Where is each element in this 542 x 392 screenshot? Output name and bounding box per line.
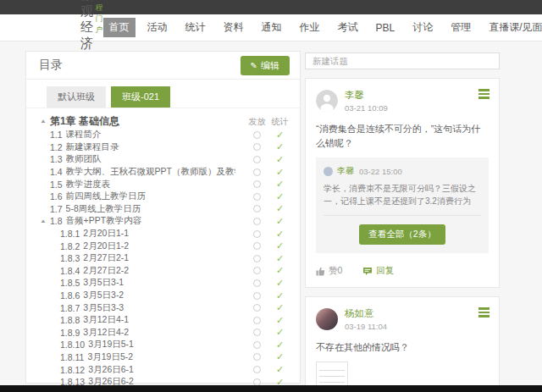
publish-toggle-icon[interactable] <box>253 341 261 349</box>
publish-toggle-icon[interactable] <box>253 131 261 139</box>
nav-tab[interactable]: 作业 <box>294 18 326 37</box>
toc-item-label: 2月20日1-2 <box>83 240 129 252</box>
edit-button[interactable]: ✎ 编辑 <box>241 56 290 75</box>
toc-item-label: 2月27日2-1 <box>83 252 129 264</box>
post-menu-icon[interactable] <box>478 89 489 101</box>
avatar[interactable] <box>316 308 338 330</box>
nav-tab[interactable]: 通知 <box>256 18 288 37</box>
nav-tab[interactable]: PBL <box>370 19 401 36</box>
view-all-replies-button[interactable]: 查看全部（2条） <box>359 224 445 245</box>
toc-item[interactable]: ▲ 1.6 前四周线上教学日历 ✓ <box>40 190 291 203</box>
nav-tab[interactable]: 活动 <box>141 18 174 37</box>
toc-item[interactable]: ▲ 1.8.2 2月20日1-2 ✓ <box>40 240 291 252</box>
publish-toggle-icon[interactable] <box>253 180 261 188</box>
toc-item-label: 3月5日3-3 <box>83 302 124 314</box>
toc-item[interactable]: ▲ 1.3 教师团队 ✓ <box>40 153 291 166</box>
discussion-panel: 李馨 03-21 10:09 “消费集合是连续不可分的，”这句话为什么错呢？ 李… <box>305 52 500 392</box>
stats-check-icon: ✓ <box>276 229 284 239</box>
publish-toggle-icon[interactable] <box>253 279 261 287</box>
nav-tab[interactable]: 讨论 <box>406 18 439 37</box>
reply-content: 学长，消费束不是无限可分吗？三假设之一，记得上课不是还提到了3.2消费行为 <box>324 182 481 207</box>
publish-toggle-icon[interactable] <box>253 193 261 201</box>
toc-item-label: 音频+PPT教学内容 <box>66 215 142 227</box>
publish-toggle-icon[interactable] <box>253 230 261 238</box>
toc-item[interactable]: ▲ 1.8.9 3月12日4-2 ✓ <box>40 327 291 340</box>
publish-toggle-icon[interactable] <box>253 267 261 274</box>
toc-item[interactable]: ▲ 1.8.10 3月19日5-1 ✓ <box>40 339 291 351</box>
post-meta: 杨如意 03-19 11:04 <box>345 307 387 331</box>
reply-button[interactable]: 回复 <box>362 265 394 277</box>
toc-item-status: ✓ <box>246 303 291 312</box>
toc-header: 目录 ✎ 编辑 <box>26 52 300 80</box>
toc-item[interactable]: ▲ 1.8.6 3月5日3-2 ✓ <box>40 290 291 302</box>
publish-toggle-icon[interactable] <box>253 143 261 151</box>
reply-author[interactable]: 李馨 <box>337 165 354 177</box>
collapse-caret-icon[interactable]: ▲ <box>40 218 50 224</box>
reply-timestamp: 03-22 15:00 <box>359 167 402 176</box>
stats-check-icon: ✓ <box>276 303 284 312</box>
new-topic-input[interactable] <box>305 52 500 69</box>
stats-check-icon: ✓ <box>276 352 284 362</box>
publish-toggle-icon[interactable] <box>253 329 261 336</box>
publish-toggle-icon[interactable] <box>253 205 261 213</box>
like-button[interactable]: 赞0 <box>316 265 342 277</box>
publish-toggle-icon[interactable] <box>253 317 261 324</box>
toc-item[interactable]: ▲ 1.8.12 3月26日6-1 ✓ <box>40 363 291 376</box>
post-menu-icon[interactable] <box>478 307 489 319</box>
class-tab[interactable]: 默认班级 <box>47 86 106 108</box>
stats-check-icon: ✓ <box>276 204 284 213</box>
toc-item[interactable]: ▲ 1.8.7 3月5日3-3 ✓ <box>40 301 291 314</box>
post-author[interactable]: 杨如意 <box>345 307 387 320</box>
toc-item-status: ✓ <box>246 229 291 239</box>
stats-check-icon: ✓ <box>276 340 284 350</box>
toc-chapter-row[interactable]: ▲ 第1章 基础信息 发放 统计 <box>40 114 291 129</box>
post-author[interactable]: 李馨 <box>345 89 388 102</box>
nav-tab[interactable]: 首页 <box>103 18 136 37</box>
reply-bubble-icon <box>362 267 373 276</box>
toc-item[interactable]: ▲ 1.8.1 2月20日1-1 ✓ <box>40 228 291 240</box>
toc-item-number: 1.8.11 <box>60 352 84 362</box>
toc-item[interactable]: ▲ 1.8.4 2月27日2-2 ✓ <box>40 265 291 278</box>
collapse-caret-icon[interactable]: ▲ <box>40 119 50 124</box>
publish-toggle-icon[interactable] <box>253 242 261 250</box>
stats-check-icon: ✓ <box>276 155 284 164</box>
nav-tab[interactable]: 统计 <box>180 18 212 37</box>
publish-toggle-icon[interactable] <box>253 218 261 225</box>
nav-tab[interactable]: 考试 <box>332 18 364 37</box>
publish-toggle-icon[interactable] <box>253 366 261 373</box>
stats-check-icon: ✓ <box>276 316 284 325</box>
toc-item[interactable]: ▲ 1.5 教学进度表 ✓ <box>40 178 291 190</box>
toc-item[interactable]: ▲ 1.7 5-8周线上教学日历 ✓ <box>40 203 291 216</box>
stats-check-icon: ✓ <box>276 291 284 301</box>
avatar[interactable] <box>316 90 338 112</box>
reply-preview-box: 李馨 03-22 15:00 学长，消费束不是无限可分吗？三假设之一，记得上课不… <box>316 157 489 253</box>
toc-item[interactable]: ▲ 1.8 音频+PPT教学内容 ✓ <box>40 215 291 228</box>
toc-item-status: ✓ <box>246 328 291 337</box>
publish-toggle-icon[interactable] <box>253 156 261 163</box>
like-count-label: 赞0 <box>329 265 342 277</box>
toc-item[interactable]: ▲ 1.2 新建课程目录 ✓ <box>40 141 291 154</box>
toc-item[interactable]: ▲ 1.8.11 3月19日5-2 ✓ <box>40 351 291 364</box>
reply-avatar[interactable] <box>324 167 333 176</box>
nav-tab[interactable]: 直播课/见面课 <box>483 18 542 37</box>
class-tab[interactable]: 班级-021 <box>111 86 170 108</box>
publish-toggle-icon[interactable] <box>253 353 261 361</box>
publish-toggle-icon[interactable] <box>253 304 261 312</box>
publish-toggle-icon[interactable] <box>253 292 261 300</box>
toc-item[interactable]: ▲ 1.1 课程简介 ✓ <box>40 129 291 141</box>
toc-item[interactable]: ▲ 1.8.3 2月27日2-1 ✓ <box>40 252 291 265</box>
toc-item-label: 新建课程目录 <box>66 141 119 153</box>
column-header-stats: 统计 <box>268 116 291 128</box>
window-bottom-bar <box>0 385 542 392</box>
toc-item-label: 3月5日3-1 <box>83 277 124 289</box>
nav-tab[interactable]: 资料 <box>218 18 250 37</box>
publish-toggle-icon[interactable] <box>253 168 261 176</box>
publish-toggle-icon[interactable] <box>253 255 261 262</box>
toc-item[interactable]: ▲ 1.4 教学大纲、王秋石微观PPT（教师版）及教学案例 ✓ <box>40 166 291 179</box>
toc-item[interactable]: ▲ 1.8.5 3月5日3-1 ✓ <box>40 277 291 290</box>
nav-tab[interactable]: 管理 <box>445 18 477 37</box>
toc-item[interactable]: ▲ 1.8.8 3月12日4-1 ✓ <box>40 314 291 327</box>
edit-button-label: 编辑 <box>261 59 279 72</box>
stats-check-icon: ✓ <box>276 328 284 337</box>
column-header-publish: 发放 <box>246 116 268 128</box>
